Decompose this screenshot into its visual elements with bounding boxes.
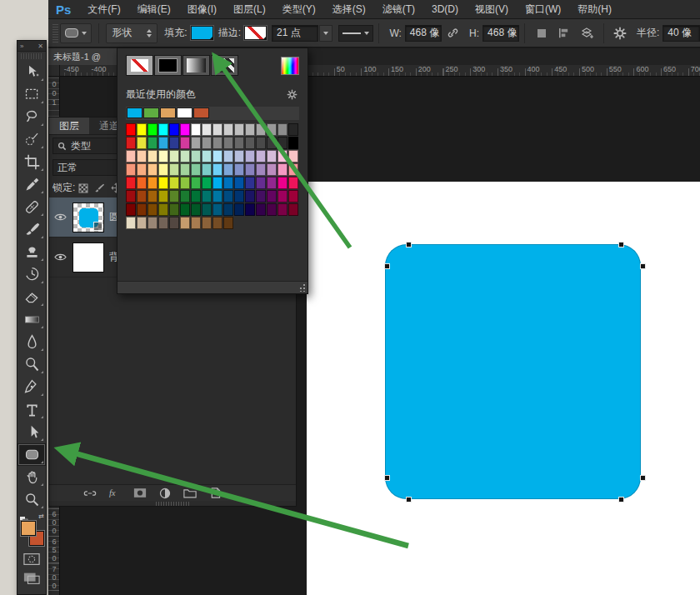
layer-thumbnail[interactable] xyxy=(72,242,104,272)
stroke-width-field[interactable]: 21 点 xyxy=(272,25,318,42)
color-swatch[interactable] xyxy=(288,190,298,202)
layers-panel-tab-0[interactable]: 图层 xyxy=(49,118,89,134)
color-swatch[interactable] xyxy=(191,163,201,176)
color-swatch[interactable] xyxy=(278,177,288,189)
eraser-tool[interactable] xyxy=(18,286,46,308)
new-layer-icon[interactable] xyxy=(208,487,222,500)
folder-icon[interactable] xyxy=(182,487,198,500)
color-swatch[interactable] xyxy=(288,203,298,216)
color-swatch[interactable] xyxy=(158,217,168,229)
layer-visibility-eye-icon[interactable] xyxy=(52,252,68,262)
color-swatch[interactable] xyxy=(126,217,136,229)
color-swatch[interactable] xyxy=(169,123,179,136)
color-swatch[interactable] xyxy=(245,150,255,162)
recent-color-swatch-0[interactable] xyxy=(127,108,142,118)
color-swatch[interactable] xyxy=(234,137,244,149)
color-swatch[interactable] xyxy=(288,177,298,189)
menu-item-7[interactable]: 3D(D) xyxy=(423,3,467,15)
color-swatch[interactable] xyxy=(278,123,288,136)
color-swatch[interactable] xyxy=(245,203,255,216)
path-selection-tool[interactable] xyxy=(18,421,46,443)
color-swatch[interactable] xyxy=(267,163,277,176)
path-arrangement-button[interactable] xyxy=(579,25,595,42)
color-swatch[interactable] xyxy=(245,123,255,136)
color-swatch[interactable] xyxy=(158,123,168,136)
color-swatch[interactable] xyxy=(137,137,147,149)
color-swatch[interactable] xyxy=(278,203,288,216)
color-swatch[interactable] xyxy=(245,137,255,149)
path-alignment-button[interactable] xyxy=(556,25,572,42)
color-swatch[interactable] xyxy=(158,137,168,149)
color-swatch[interactable] xyxy=(223,137,233,149)
color-swatch[interactable] xyxy=(256,203,266,216)
color-swatch[interactable] xyxy=(137,203,147,216)
menu-item-6[interactable]: 滤镜(T) xyxy=(374,3,423,15)
color-swatch[interactable] xyxy=(148,137,158,149)
color-swatch[interactable] xyxy=(137,217,147,229)
color-swatch[interactable] xyxy=(137,123,147,136)
no-color-button[interactable] xyxy=(126,55,153,76)
dodge-tool[interactable] xyxy=(18,353,46,376)
recent-color-swatch-1[interactable] xyxy=(143,108,159,118)
color-swatch[interactable] xyxy=(169,217,179,229)
color-swatch[interactable] xyxy=(278,150,288,162)
color-swatch[interactable] xyxy=(180,190,190,202)
radius-field[interactable]: 40 像 xyxy=(662,25,700,42)
foreground-color-swatch[interactable] xyxy=(21,521,36,536)
color-swatch[interactable] xyxy=(137,150,147,162)
toolbar-grip[interactable] xyxy=(21,53,42,59)
color-swatch[interactable] xyxy=(267,177,277,189)
color-swatch[interactable] xyxy=(212,203,222,216)
screen-mode-button[interactable] xyxy=(18,568,46,588)
swap-colors-icon[interactable]: ⇄ xyxy=(38,512,44,520)
gear-icon[interactable] xyxy=(612,25,628,42)
menu-item-1[interactable]: 编辑(E) xyxy=(129,3,179,15)
color-swatch[interactable] xyxy=(180,177,190,189)
color-swatch[interactable] xyxy=(288,137,298,149)
menu-item-5[interactable]: 选择(S) xyxy=(324,3,374,15)
color-swatch[interactable] xyxy=(256,177,266,189)
color-swatch[interactable] xyxy=(245,190,255,202)
eyedropper-tool[interactable] xyxy=(18,173,46,196)
color-swatch[interactable] xyxy=(288,123,298,136)
color-swatch[interactable] xyxy=(180,203,190,216)
color-swatch[interactable] xyxy=(267,137,277,149)
stroke-width-dropdown[interactable] xyxy=(319,25,332,42)
path-operations-button[interactable] xyxy=(533,25,549,42)
canvas[interactable] xyxy=(307,182,700,595)
color-swatch[interactable] xyxy=(212,163,222,176)
recent-color-swatch-2[interactable] xyxy=(160,108,176,118)
color-swatch[interactable] xyxy=(180,123,190,136)
color-swatch[interactable] xyxy=(202,177,212,189)
color-swatch[interactable] xyxy=(212,190,222,202)
color-swatch[interactable] xyxy=(148,123,158,136)
rounded-rectangle-tool[interactable] xyxy=(18,443,46,466)
color-picker-button[interactable] xyxy=(281,57,299,75)
color-swatch[interactable] xyxy=(267,203,277,216)
stroke-type-dropdown[interactable] xyxy=(338,25,374,42)
link-dimensions-icon[interactable] xyxy=(445,25,461,42)
blur-tool[interactable] xyxy=(18,331,46,353)
clone-stamp-tool[interactable] xyxy=(18,241,46,263)
fx-icon[interactable]: fx xyxy=(108,487,122,500)
gradient-button[interactable] xyxy=(182,55,210,76)
collapse-panel-icon[interactable]: » xyxy=(20,42,23,50)
color-swatch[interactable] xyxy=(191,217,201,229)
layer-thumbnail[interactable] xyxy=(72,202,104,232)
color-swatch[interactable] xyxy=(202,163,212,176)
recent-color-swatch-3[interactable] xyxy=(177,108,192,118)
color-swatch[interactable] xyxy=(180,150,190,162)
history-brush-tool[interactable] xyxy=(18,263,46,286)
color-swatch[interactable] xyxy=(234,163,244,176)
color-swatch[interactable] xyxy=(256,190,266,202)
color-swatch[interactable] xyxy=(223,163,233,176)
color-swatch[interactable] xyxy=(223,203,233,216)
resize-grip-icon[interactable] xyxy=(298,283,306,292)
adjustment-icon[interactable] xyxy=(158,487,172,500)
color-swatch[interactable] xyxy=(158,203,168,216)
path-anchor-point[interactable] xyxy=(619,498,623,502)
color-swatch[interactable] xyxy=(158,190,168,202)
color-swatch[interactable] xyxy=(148,150,158,162)
color-swatch[interactable] xyxy=(180,137,190,149)
color-swatch[interactable] xyxy=(148,163,158,176)
